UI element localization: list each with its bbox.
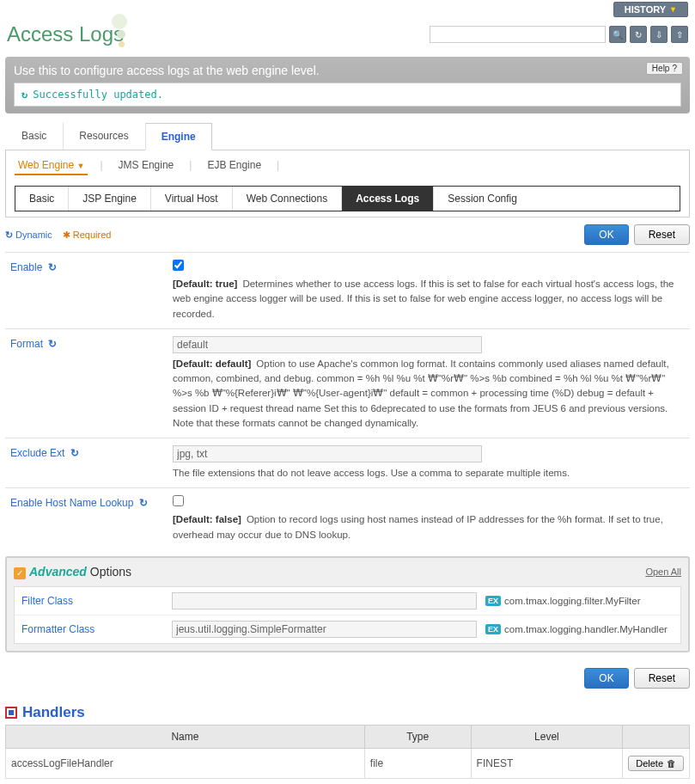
filter-class-label: Filter Class [21, 595, 172, 607]
col-name: Name [6, 725, 365, 748]
subnav-jms-engine[interactable]: JMS Engine [115, 159, 178, 175]
dropdown-icon: ▼ [77, 162, 85, 170]
hostlookup-checkbox[interactable] [173, 495, 184, 506]
delete-button[interactable]: Delete 🗑 [628, 756, 684, 771]
subtab-basic[interactable]: Basic [15, 187, 69, 211]
formatter-class-example: com.tmax.logging.handler.MyHandler [504, 624, 668, 634]
sub-nav: Web Engine ▼ | JMS Engine | EJB Engine |… [5, 150, 690, 217]
reset-button-bottom[interactable]: Reset [634, 668, 690, 689]
help-button[interactable]: Help ? [646, 62, 683, 75]
subtab-jsp-engine[interactable]: JSP Engine [69, 187, 151, 211]
exclude-ext-label: Exclude Ext ↻ [5, 445, 173, 481]
formatter-class-label: Formatter Class [21, 623, 172, 635]
cell-type: file [364, 748, 471, 778]
subtab-access-logs[interactable]: Access Logs [342, 187, 434, 211]
search-input[interactable] [430, 26, 606, 43]
hostlookup-default: [Default: false] [173, 514, 241, 524]
subtab-web-connections[interactable]: Web Connections [233, 187, 343, 211]
exclude-ext-desc: The file extensions that do not leave ac… [173, 466, 683, 481]
import-xml-icon[interactable]: ⇩ [650, 26, 668, 43]
format-input[interactable] [173, 336, 482, 353]
advanced-options: ✓Advanced Options Open All Filter Class … [5, 556, 690, 652]
tab-resources[interactable]: Resources [63, 122, 144, 150]
trash-icon: 🗑 [667, 758, 676, 769]
hostlookup-desc: Option to record logs using host names i… [173, 514, 663, 539]
advanced-title: ✓Advanced Options [14, 565, 131, 579]
subnav-ejb-engine[interactable]: EJB Engine [204, 159, 265, 175]
status-message: Successfully updated. [14, 83, 681, 107]
handlers-table: Name Type Level accessLogFileHandler fil… [5, 725, 690, 779]
main-tabs: Basic Resources Engine [5, 122, 690, 150]
hostlookup-label: Enable Host Name Lookup ↻ [5, 495, 173, 542]
subtab-virtual-host[interactable]: Virtual Host [151, 187, 233, 211]
tab-engine[interactable]: Engine [145, 123, 212, 150]
history-label: HISTORY [625, 4, 666, 15]
format-default: [Default: default] [173, 358, 251, 369]
help-icon: ? [672, 64, 677, 73]
dynamic-icon: ↻ [70, 447, 79, 459]
refresh-icon[interactable]: ↻ [630, 26, 647, 43]
chevron-down-icon: ▼ [669, 5, 677, 14]
banner-text: Use this to configure access logs at the… [14, 64, 681, 77]
enable-desc: Determines whether to use access logs. I… [173, 279, 674, 319]
legend-required: Required [63, 230, 112, 241]
dynamic-icon: ↻ [139, 497, 148, 509]
subnav-web-engine[interactable]: Web Engine ▼ [15, 159, 88, 175]
config-banner: Use this to configure access logs at the… [5, 57, 690, 113]
ok-button[interactable]: OK [584, 224, 628, 245]
example-badge: EX [485, 596, 501, 606]
open-all-link[interactable]: Open All [645, 567, 681, 577]
exclude-ext-input[interactable] [173, 445, 482, 462]
enable-default: [Default: true] [173, 279, 237, 289]
legend-dynamic: Dynamic [5, 230, 52, 241]
history-button[interactable]: HISTORY ▼ [613, 2, 688, 17]
export-xml-icon[interactable]: ⇧ [671, 26, 688, 43]
col-type: Type [364, 725, 471, 748]
page-title: Access Logs [7, 22, 124, 46]
ok-button-bottom[interactable]: OK [584, 668, 628, 689]
shield-icon: ✓ [14, 567, 26, 579]
cell-name: accessLogFileHandler [6, 748, 365, 778]
subtab-session-config[interactable]: Session Config [434, 187, 531, 211]
table-row: accessLogFileHandler file FINEST Delete … [6, 748, 690, 778]
filter-class-example: com.tmax.logging.filter.MyFilter [504, 596, 641, 606]
enable-label: Enable ↻ [5, 260, 173, 322]
format-label: Format ↻ [5, 336, 173, 431]
reset-button[interactable]: Reset [634, 224, 690, 245]
help-label: Help [652, 64, 670, 73]
decoration-dots [112, 14, 142, 44]
example-badge: EX [485, 624, 501, 634]
dynamic-icon: ↻ [48, 338, 57, 350]
handlers-icon [5, 707, 17, 719]
dynamic-icon: ↻ [48, 261, 57, 273]
filter-class-input[interactable] [172, 592, 477, 609]
formatter-class-input[interactable] [172, 621, 477, 638]
enable-checkbox[interactable] [173, 260, 184, 271]
tab-basic[interactable]: Basic [5, 122, 63, 150]
col-level: Level [471, 725, 623, 748]
cell-level: FINEST [471, 748, 623, 778]
handlers-title: Handlers [5, 704, 690, 721]
search-icon[interactable]: 🔍 [609, 26, 626, 43]
